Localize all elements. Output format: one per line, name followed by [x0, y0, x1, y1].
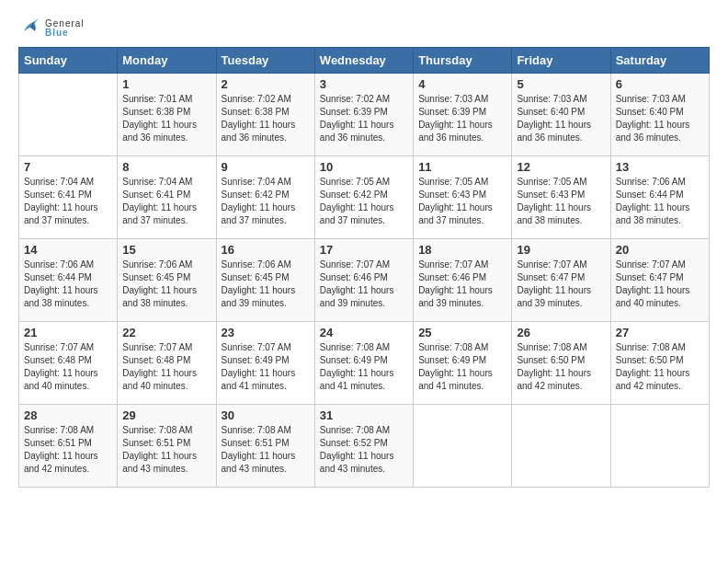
day-number: 1	[122, 77, 210, 91]
day-number: 20	[616, 243, 704, 257]
day-cell	[512, 405, 610, 488]
day-cell: 11Sunrise: 7:05 AM Sunset: 6:43 PM Dayli…	[414, 156, 512, 239]
day-info: Sunrise: 7:08 AM Sunset: 6:49 PM Dayligh…	[320, 341, 408, 393]
day-number: 7	[24, 160, 112, 174]
day-cell: 6Sunrise: 7:03 AM Sunset: 6:40 PM Daylig…	[610, 74, 709, 156]
day-number: 30	[222, 408, 310, 422]
day-cell: 13Sunrise: 7:06 AM Sunset: 6:44 PM Dayli…	[610, 156, 709, 239]
day-info: Sunrise: 7:02 AM Sunset: 6:39 PM Dayligh…	[320, 93, 408, 144]
logo: General Blue	[18, 18, 85, 38]
day-cell: 25Sunrise: 7:08 AM Sunset: 6:49 PM Dayli…	[414, 322, 512, 405]
day-number: 29	[122, 408, 210, 422]
day-number: 12	[517, 160, 605, 174]
day-number: 5	[517, 77, 605, 91]
day-number: 13	[616, 160, 704, 174]
day-info: Sunrise: 7:04 AM Sunset: 6:42 PM Dayligh…	[222, 176, 310, 227]
day-cell: 18Sunrise: 7:07 AM Sunset: 6:46 PM Dayli…	[414, 239, 512, 322]
day-cell: 9Sunrise: 7:04 AM Sunset: 6:42 PM Daylig…	[216, 156, 314, 239]
day-info: Sunrise: 7:05 AM Sunset: 6:42 PM Dayligh…	[320, 176, 408, 227]
day-number: 8	[122, 160, 210, 174]
day-cell	[19, 74, 118, 156]
day-number: 9	[222, 160, 310, 174]
day-cell: 2Sunrise: 7:02 AM Sunset: 6:38 PM Daylig…	[216, 74, 314, 156]
day-cell: 1Sunrise: 7:01 AM Sunset: 6:38 PM Daylig…	[118, 74, 216, 156]
day-number: 6	[616, 77, 704, 91]
day-cell: 23Sunrise: 7:07 AM Sunset: 6:49 PM Dayli…	[216, 322, 314, 405]
day-cell: 12Sunrise: 7:05 AM Sunset: 6:43 PM Dayli…	[512, 156, 610, 239]
day-info: Sunrise: 7:04 AM Sunset: 6:41 PM Dayligh…	[122, 176, 210, 227]
header-cell-friday: Friday	[512, 48, 610, 74]
logo-text-bottom: Blue	[45, 29, 85, 38]
logo-bird-icon	[20, 18, 40, 37]
day-number: 11	[418, 160, 506, 174]
day-info: Sunrise: 7:01 AM Sunset: 6:38 PM Dayligh…	[122, 93, 210, 144]
week-row-4: 21Sunrise: 7:07 AM Sunset: 6:48 PM Dayli…	[19, 322, 710, 405]
day-info: Sunrise: 7:06 AM Sunset: 6:45 PM Dayligh…	[122, 259, 210, 310]
day-number: 19	[517, 243, 605, 257]
day-info: Sunrise: 7:08 AM Sunset: 6:52 PM Dayligh…	[320, 424, 408, 476]
day-info: Sunrise: 7:03 AM Sunset: 6:40 PM Dayligh…	[616, 93, 704, 144]
day-number: 24	[320, 326, 408, 339]
day-info: Sunrise: 7:03 AM Sunset: 6:39 PM Dayligh…	[418, 93, 506, 144]
header-cell-thursday: Thursday	[414, 48, 512, 74]
day-cell	[414, 405, 512, 488]
header-cell-tuesday: Tuesday	[216, 48, 314, 74]
day-number: 26	[517, 326, 605, 339]
calendar-header: SundayMondayTuesdayWednesdayThursdayFrid…	[19, 48, 710, 74]
day-number: 15	[122, 243, 210, 257]
day-cell: 14Sunrise: 7:06 AM Sunset: 6:44 PM Dayli…	[19, 239, 118, 322]
logo-text-top: General	[45, 19, 85, 29]
day-info: Sunrise: 7:07 AM Sunset: 6:49 PM Dayligh…	[222, 341, 310, 393]
day-number: 25	[418, 326, 506, 339]
day-number: 28	[24, 408, 112, 422]
day-info: Sunrise: 7:07 AM Sunset: 6:48 PM Dayligh…	[122, 341, 210, 393]
day-info: Sunrise: 7:06 AM Sunset: 6:44 PM Dayligh…	[616, 176, 704, 227]
day-cell: 24Sunrise: 7:08 AM Sunset: 6:49 PM Dayli…	[314, 322, 413, 405]
day-cell: 27Sunrise: 7:08 AM Sunset: 6:50 PM Dayli…	[610, 322, 709, 405]
day-cell: 5Sunrise: 7:03 AM Sunset: 6:40 PM Daylig…	[512, 74, 610, 156]
header-row: SundayMondayTuesdayWednesdayThursdayFrid…	[19, 48, 710, 74]
day-info: Sunrise: 7:02 AM Sunset: 6:38 PM Dayligh…	[222, 93, 310, 144]
day-number: 18	[418, 243, 506, 257]
day-cell: 30Sunrise: 7:08 AM Sunset: 6:51 PM Dayli…	[216, 405, 314, 488]
header-cell-sunday: Sunday	[19, 48, 118, 74]
day-cell: 28Sunrise: 7:08 AM Sunset: 6:51 PM Dayli…	[19, 405, 118, 488]
day-cell	[610, 405, 709, 488]
page-header: General Blue	[18, 18, 710, 38]
day-info: Sunrise: 7:07 AM Sunset: 6:48 PM Dayligh…	[24, 341, 112, 393]
day-number: 2	[222, 77, 310, 91]
day-info: Sunrise: 7:04 AM Sunset: 6:41 PM Dayligh…	[24, 176, 112, 227]
day-info: Sunrise: 7:08 AM Sunset: 6:49 PM Dayligh…	[418, 341, 506, 393]
day-number: 4	[418, 77, 506, 91]
day-number: 21	[24, 326, 112, 339]
day-cell: 15Sunrise: 7:06 AM Sunset: 6:45 PM Dayli…	[118, 239, 216, 322]
day-cell: 21Sunrise: 7:07 AM Sunset: 6:48 PM Dayli…	[19, 322, 118, 405]
day-info: Sunrise: 7:05 AM Sunset: 6:43 PM Dayligh…	[517, 176, 605, 227]
day-cell: 7Sunrise: 7:04 AM Sunset: 6:41 PM Daylig…	[19, 156, 118, 239]
day-cell: 3Sunrise: 7:02 AM Sunset: 6:39 PM Daylig…	[314, 74, 413, 156]
day-cell: 29Sunrise: 7:08 AM Sunset: 6:51 PM Dayli…	[118, 405, 216, 488]
header-cell-saturday: Saturday	[610, 48, 709, 74]
day-cell: 22Sunrise: 7:07 AM Sunset: 6:48 PM Dayli…	[118, 322, 216, 405]
day-info: Sunrise: 7:08 AM Sunset: 6:51 PM Dayligh…	[222, 424, 310, 476]
calendar-body: 1Sunrise: 7:01 AM Sunset: 6:38 PM Daylig…	[19, 74, 710, 488]
day-cell: 31Sunrise: 7:08 AM Sunset: 6:52 PM Dayli…	[314, 405, 413, 488]
day-info: Sunrise: 7:08 AM Sunset: 6:50 PM Dayligh…	[616, 341, 704, 393]
day-cell: 4Sunrise: 7:03 AM Sunset: 6:39 PM Daylig…	[414, 74, 512, 156]
day-info: Sunrise: 7:06 AM Sunset: 6:44 PM Dayligh…	[24, 259, 112, 310]
day-number: 27	[616, 326, 704, 339]
week-row-1: 1Sunrise: 7:01 AM Sunset: 6:38 PM Daylig…	[19, 74, 710, 156]
day-info: Sunrise: 7:03 AM Sunset: 6:40 PM Dayligh…	[517, 93, 605, 144]
day-cell: 10Sunrise: 7:05 AM Sunset: 6:42 PM Dayli…	[314, 156, 413, 239]
day-number: 3	[320, 77, 408, 91]
day-cell: 26Sunrise: 7:08 AM Sunset: 6:50 PM Dayli…	[512, 322, 610, 405]
day-cell: 16Sunrise: 7:06 AM Sunset: 6:45 PM Dayli…	[216, 239, 314, 322]
week-row-5: 28Sunrise: 7:08 AM Sunset: 6:51 PM Dayli…	[19, 405, 710, 488]
day-info: Sunrise: 7:08 AM Sunset: 6:50 PM Dayligh…	[517, 341, 605, 393]
week-row-3: 14Sunrise: 7:06 AM Sunset: 6:44 PM Dayli…	[19, 239, 710, 322]
day-cell: 20Sunrise: 7:07 AM Sunset: 6:47 PM Dayli…	[610, 239, 709, 322]
day-number: 16	[222, 243, 310, 257]
day-number: 14	[24, 243, 112, 257]
day-info: Sunrise: 7:07 AM Sunset: 6:47 PM Dayligh…	[616, 259, 704, 310]
header-cell-wednesday: Wednesday	[314, 48, 413, 74]
